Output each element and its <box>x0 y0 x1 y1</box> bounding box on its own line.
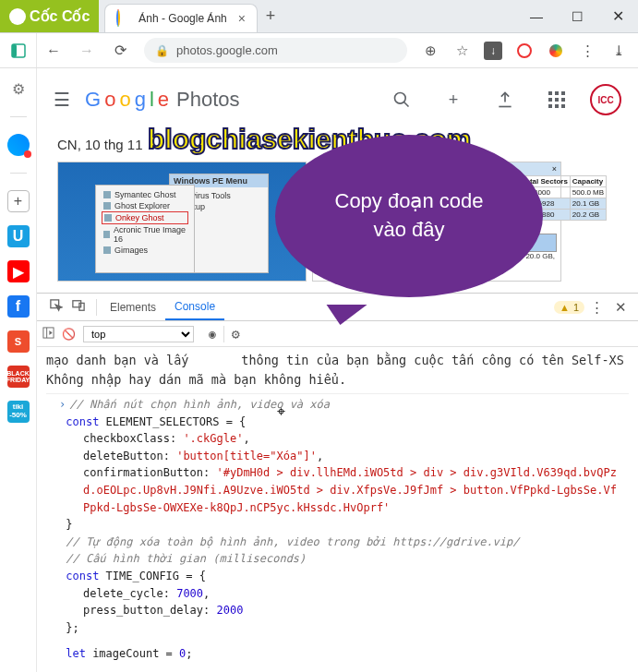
google-apps-icon[interactable] <box>538 81 575 118</box>
tab-elements[interactable]: Elements <box>101 294 165 320</box>
lock-icon: 🔒 <box>155 44 169 57</box>
close-window-button[interactable]: ✕ <box>597 0 638 32</box>
hamburger-menu-icon[interactable]: ☰ <box>54 89 70 111</box>
svg-rect-7 <box>548 98 552 102</box>
console-toolbar: 🚫 top ◉ ⚙ <box>37 321 638 347</box>
clear-console-icon[interactable]: 🚫 <box>62 328 76 341</box>
reload-button[interactable]: ⟳ <box>103 33 137 67</box>
bookmark-star-icon[interactable]: ☆ <box>446 33 477 68</box>
create-plus-icon[interactable]: + <box>435 81 472 118</box>
console-output[interactable]: mạo danh bạn và lấy thông tin của bạn bằ… <box>37 347 638 672</box>
browser-tab-active[interactable]: Ảnh - Google Ảnh × <box>104 4 258 32</box>
opera-ext-icon[interactable] <box>509 33 540 68</box>
tiki-icon[interactable]: tiki -50% <box>7 401 30 423</box>
svg-line-3 <box>404 102 409 107</box>
settings-gear-icon[interactable]: ⚙ <box>7 78 30 100</box>
brand-text: Cốc Cốc <box>30 7 90 25</box>
device-toggle-icon[interactable] <box>72 299 85 315</box>
shopee-icon[interactable]: S <box>7 330 30 353</box>
google-favicon-icon <box>116 11 131 26</box>
minimize-button[interactable]: — <box>516 0 557 32</box>
svg-rect-5 <box>555 91 559 95</box>
url-text: photos.google.com <box>176 43 278 57</box>
account-avatar[interactable]: ICC <box>590 84 621 115</box>
gphotos-header: ☰ Google Photos + ICC <box>37 68 638 131</box>
sidebar-u-icon[interactable]: U <box>7 225 30 247</box>
target-icon[interactable]: ⊕ <box>415 33 446 68</box>
devtools-close-icon[interactable]: ✕ <box>608 290 632 325</box>
annotation-speech-bubble: Copy đoạn codevào đây <box>275 135 543 297</box>
sidebar-toggle-icon[interactable] <box>0 33 37 67</box>
live-expression-icon[interactable]: ◉ <box>209 327 216 341</box>
inspect-element-icon[interactable] <box>50 299 63 315</box>
upload-icon[interactable] <box>487 81 524 118</box>
context-selector[interactable]: top <box>83 326 194 342</box>
svg-rect-11 <box>555 104 559 108</box>
devtools-panel: ⌖ Elements Console ▲1 ⋮ ✕ <box>37 293 638 672</box>
new-tab-button[interactable]: + <box>258 0 283 32</box>
blackfriday-icon[interactable]: BLACK FRIDAY <box>7 366 30 388</box>
add-site-button[interactable]: + <box>7 190 30 212</box>
svg-rect-4 <box>548 91 552 95</box>
console-sidebar-toggle-icon[interactable] <box>42 327 54 342</box>
browser-brand: Cốc Cốc <box>0 0 99 32</box>
youtube-icon[interactable]: ▶ <box>7 260 30 282</box>
content-area: ☰ Google Photos + ICC blogchiasekient <box>37 68 638 672</box>
tab-console[interactable]: Console <box>165 294 224 320</box>
window-controls: — ☐ ✕ <box>516 0 638 32</box>
menu-dots-icon[interactable]: ⋮ <box>572 33 603 68</box>
savior-ext-icon[interactable] <box>540 33 572 68</box>
svg-rect-6 <box>561 91 565 95</box>
svg-rect-9 <box>561 98 565 102</box>
address-row: ← → ⟳ 🔒 photos.google.com ⊕ ☆ ↓ ⋮ ⤓ <box>0 33 638 68</box>
warnings-badge[interactable]: ▲1 <box>554 301 584 314</box>
svg-rect-1 <box>12 44 17 57</box>
address-bar[interactable]: 🔒 photos.google.com <box>144 38 407 63</box>
back-button[interactable]: ← <box>37 33 70 67</box>
download-arrow-icon[interactable]: ⤓ <box>603 33 634 68</box>
photo-thumbnail-1[interactable]: Windows PE Menu Antivirus Tools Backup S… <box>57 162 307 282</box>
svg-point-2 <box>395 93 406 104</box>
window-titlebar: Cốc Cốc Ảnh - Google Ảnh × + — ☐ ✕ <box>0 0 638 33</box>
messenger-icon[interactable] <box>7 134 30 156</box>
search-icon[interactable] <box>383 81 420 118</box>
browser-sidebar: ⚙ + U ▶ f S BLACK FRIDAY tiki -50% <box>0 68 37 672</box>
devtools-more-icon[interactable]: ⋮ <box>584 290 608 325</box>
facebook-icon[interactable]: f <box>7 295 30 318</box>
svg-rect-8 <box>555 98 559 102</box>
svg-rect-10 <box>548 104 552 108</box>
tab-close-button[interactable]: × <box>238 11 246 26</box>
console-settings-icon[interactable]: ⚙ <box>232 326 240 342</box>
google-photos-logo: Google Photos <box>85 88 240 112</box>
coccoc-leaf-icon <box>9 8 26 25</box>
tab-title: Ảnh - Google Ảnh <box>138 12 226 25</box>
svg-rect-12 <box>561 104 565 108</box>
maximize-button[interactable]: ☐ <box>557 0 597 32</box>
forward-button[interactable]: → <box>70 33 103 67</box>
download-badge-button[interactable]: ↓ <box>477 33 509 68</box>
